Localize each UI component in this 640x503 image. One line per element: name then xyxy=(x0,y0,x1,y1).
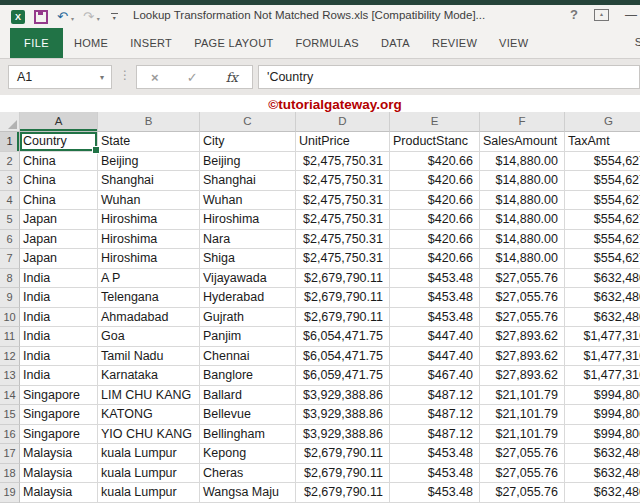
enter-icon[interactable]: ✓ xyxy=(187,70,198,85)
cell-F6[interactable]: $14,880.00 xyxy=(480,230,565,250)
cell-G2[interactable]: $554,627 xyxy=(565,152,640,172)
undo-dropdown-icon[interactable]: ▾ xyxy=(71,15,74,22)
cell-A16[interactable]: Singapore xyxy=(20,425,98,445)
select-all-corner[interactable] xyxy=(0,112,20,132)
cell-F17[interactable]: $27,055.76 xyxy=(480,444,565,464)
tab-review[interactable]: REVIEW xyxy=(421,28,488,58)
cell-C9[interactable]: Hyderabad xyxy=(200,288,296,308)
cell-G18[interactable]: $632,480 xyxy=(565,464,640,484)
cell-A13[interactable]: India xyxy=(20,366,98,386)
cell-G10[interactable]: $632,480 xyxy=(565,308,640,328)
cell-E4[interactable]: $420.66 xyxy=(390,191,480,211)
cell-G7[interactable]: $554,627 xyxy=(565,249,640,269)
cell-A11[interactable]: India xyxy=(20,327,98,347)
cell-G16[interactable]: $994,806 xyxy=(565,425,640,445)
cell-A15[interactable]: Singapore xyxy=(20,405,98,425)
customize-qat-icon[interactable]: ▾ xyxy=(111,13,118,20)
insert-function-icon[interactable]: fx xyxy=(226,70,238,85)
cell-D7[interactable]: $2,475,750.31 xyxy=(296,249,390,269)
redo-icon[interactable]: ↷ xyxy=(83,10,94,23)
cell-C1[interactable]: City xyxy=(200,132,296,152)
minimize-button[interactable]: — xyxy=(625,8,636,22)
row-header-3[interactable]: 3 xyxy=(0,171,20,191)
cell-E10[interactable]: $453.48 xyxy=(390,308,480,328)
tab-view[interactable]: VIEW xyxy=(488,28,539,58)
cell-E18[interactable]: $453.48 xyxy=(390,464,480,484)
cell-C2[interactable]: Beijing xyxy=(200,152,296,172)
cell-E17[interactable]: $453.48 xyxy=(390,444,480,464)
cell-C4[interactable]: Wuhan xyxy=(200,191,296,211)
cell-E9[interactable]: $453.48 xyxy=(390,288,480,308)
cell-F3[interactable]: $14,880.00 xyxy=(480,171,565,191)
cell-G3[interactable]: $554,627 xyxy=(565,171,640,191)
cell-E8[interactable]: $453.48 xyxy=(390,269,480,289)
cell-A10[interactable]: India xyxy=(20,308,98,328)
cell-C6[interactable]: Nara xyxy=(200,230,296,250)
cell-B14[interactable]: LIM CHU KANG xyxy=(98,386,200,406)
cell-E15[interactable]: $487.12 xyxy=(390,405,480,425)
cell-C18[interactable]: Cheras xyxy=(200,464,296,484)
row-header-18[interactable]: 18 xyxy=(0,464,20,484)
cell-F9[interactable]: $27,055.76 xyxy=(480,288,565,308)
formula-input[interactable]: 'Country xyxy=(258,65,640,89)
cell-B10[interactable]: Ahmadabad xyxy=(98,308,200,328)
cell-F18[interactable]: $27,055.76 xyxy=(480,464,565,484)
fill-handle[interactable] xyxy=(92,146,100,154)
save-icon[interactable] xyxy=(34,10,48,24)
tab-insert[interactable]: INSERT xyxy=(119,28,183,58)
row-header-12[interactable]: 12 xyxy=(0,347,20,367)
cell-G19[interactable]: $632,480 xyxy=(565,483,640,503)
cell-B11[interactable]: Goa xyxy=(98,327,200,347)
name-box-dropdown-icon[interactable]: ▾ xyxy=(100,73,111,82)
cancel-icon[interactable]: × xyxy=(151,70,159,85)
column-header-b[interactable]: B xyxy=(98,112,200,132)
row-header-8[interactable]: 8 xyxy=(0,269,20,289)
cell-D10[interactable]: $2,679,790.11 xyxy=(296,308,390,328)
tab-formulas[interactable]: FORMULAS xyxy=(284,28,370,58)
cell-B5[interactable]: Hiroshima xyxy=(98,210,200,230)
cell-G6[interactable]: $554,627 xyxy=(565,230,640,250)
cell-A14[interactable]: Singapore xyxy=(20,386,98,406)
row-header-15[interactable]: 15 xyxy=(0,405,20,425)
cell-B19[interactable]: kuala Lumpur xyxy=(98,483,200,503)
cell-G8[interactable]: $632,480 xyxy=(565,269,640,289)
cell-G11[interactable]: $1,477,316 xyxy=(565,327,640,347)
cell-A8[interactable]: India xyxy=(20,269,98,289)
cell-C8[interactable]: Vijayawada xyxy=(200,269,296,289)
cell-D18[interactable]: $2,679,790.11 xyxy=(296,464,390,484)
cell-D2[interactable]: $2,475,750.31 xyxy=(296,152,390,172)
row-header-4[interactable]: 4 xyxy=(0,191,20,211)
undo-icon[interactable]: ↶ xyxy=(57,10,68,23)
row-header-9[interactable]: 9 xyxy=(0,288,20,308)
cell-B6[interactable]: Hiroshima xyxy=(98,230,200,250)
row-header-11[interactable]: 11 xyxy=(0,327,20,347)
column-header-d[interactable]: D xyxy=(296,112,390,132)
cell-D4[interactable]: $2,475,750.31 xyxy=(296,191,390,211)
cell-E11[interactable]: $447.40 xyxy=(390,327,480,347)
cell-A1[interactable]: Country xyxy=(20,132,98,152)
cell-G15[interactable]: $994,806 xyxy=(565,405,640,425)
cell-E2[interactable]: $420.66 xyxy=(390,152,480,172)
cell-B2[interactable]: Beijing xyxy=(98,152,200,172)
cell-E7[interactable]: $420.66 xyxy=(390,249,480,269)
cell-F15[interactable]: $21,101.79 xyxy=(480,405,565,425)
row-header-13[interactable]: 13 xyxy=(0,366,20,386)
cell-E1[interactable]: ProductStanc xyxy=(390,132,480,152)
cell-B17[interactable]: kuala Lumpur xyxy=(98,444,200,464)
cell-B4[interactable]: Wuhan xyxy=(98,191,200,211)
cell-E19[interactable]: $453.48 xyxy=(390,483,480,503)
cell-C11[interactable]: Panjim xyxy=(200,327,296,347)
cell-F2[interactable]: $14,880.00 xyxy=(480,152,565,172)
cell-D15[interactable]: $3,929,388.86 xyxy=(296,405,390,425)
cell-F14[interactable]: $21,101.79 xyxy=(480,386,565,406)
cell-F11[interactable]: $27,893.62 xyxy=(480,327,565,347)
cell-B3[interactable]: Shanghai xyxy=(98,171,200,191)
cell-A4[interactable]: China xyxy=(20,191,98,211)
cell-D3[interactable]: $2,475,750.31 xyxy=(296,171,390,191)
cell-D19[interactable]: $2,679,790.11 xyxy=(296,483,390,503)
column-header-c[interactable]: C xyxy=(200,112,296,132)
cell-F19[interactable]: $27,055.76 xyxy=(480,483,565,503)
cell-E6[interactable]: $420.66 xyxy=(390,230,480,250)
cell-F10[interactable]: $27,055.76 xyxy=(480,308,565,328)
ribbon-display-options-icon[interactable]: ▴ xyxy=(594,9,609,21)
